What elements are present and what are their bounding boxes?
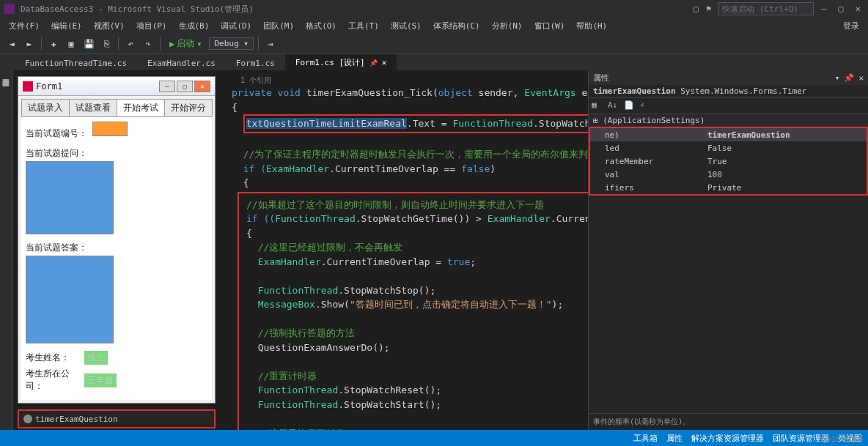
prop-row-generate[interactable]: rateMemberTrue — [590, 155, 867, 168]
properties-header: 属性 ▾📌✕ — [589, 70, 868, 85]
props-dropdown-icon[interactable]: ▾ — [835, 73, 840, 83]
inner-tabs: 试题录入 试题查看 开始考试 开始评分 — [21, 99, 212, 117]
menu-debug[interactable]: 调试(D) — [216, 19, 256, 33]
menu-arch[interactable]: 体系结构(C) — [429, 19, 485, 33]
menu-analyze[interactable]: 分析(N) — [488, 19, 527, 33]
properties-category[interactable]: ⊞ (ApplicationSettings) — [589, 114, 868, 127]
toolbar: ◄ ► ✚ ▣ 💾 ⎘ ↶ ↷ ▶ 启动 ▾ Debug ▾ ⇥ — [0, 34, 868, 54]
label-company: 考生所在公司： — [26, 368, 84, 393]
undo-icon[interactable]: ↶ — [123, 37, 138, 51]
form-max-icon: ▢ — [177, 81, 193, 92]
maximize-icon[interactable]: ▢ — [836, 4, 847, 14]
form-designer: Form1 — ▢ ✕ 试题录入 试题查看 开始考试 开始评分 当前试题编号： — [13, 70, 226, 430]
menu-window[interactable]: 窗口(W) — [530, 19, 570, 33]
saveall-icon[interactable]: ⎘ — [99, 37, 114, 51]
properties-component[interactable]: timerExamQuestion System.Windows.Forms.T… — [589, 85, 868, 98]
document-tabs: FunctionThreadTime.cs ExamHandler.cs For… — [0, 54, 868, 70]
inner-tab-2[interactable]: 开始考试 — [117, 99, 165, 116]
quick-launch-input[interactable] — [718, 2, 814, 15]
nav-back-icon[interactable]: ◄ — [4, 37, 19, 51]
open-icon[interactable]: ▣ — [64, 37, 78, 51]
label-name: 考生姓名： — [26, 352, 84, 364]
props-prop-icon[interactable]: 📄 — [624, 100, 636, 112]
title-bar: DataBaseAccess3 - Microsoft Visual Studi… — [0, 0, 868, 18]
start-debug-button[interactable]: ▶ 启动 ▾ — [165, 37, 206, 50]
tab-form1-design[interactable]: Form1.cs [设计]📌✕ — [285, 54, 397, 70]
step-icon[interactable]: ⇥ — [263, 37, 278, 51]
textbox-question[interactable] — [26, 161, 114, 234]
label-question: 当前试题提问： — [26, 147, 207, 160]
inner-tab-3[interactable]: 开始评分 — [164, 99, 213, 116]
prop-row-enabled[interactable]: ledFalse — [590, 141, 867, 155]
status-solution[interactable]: 解决方案资源管理器 — [691, 433, 764, 444]
prop-row-modifiers[interactable]: ifiersPrivate — [590, 181, 867, 194]
menu-project[interactable]: 项目(P) — [132, 19, 172, 33]
menu-test[interactable]: 测试(S) — [386, 19, 426, 33]
minimize-icon[interactable]: — — [818, 4, 829, 14]
menu-format[interactable]: 格式(O) — [301, 19, 341, 33]
flag-icon[interactable]: ⚑ — [706, 4, 711, 14]
new-icon[interactable]: ✚ — [46, 37, 61, 51]
props-az-icon[interactable]: A↓ — [608, 100, 619, 112]
properties-description: 事件的频率(以毫秒为单位)。 — [589, 413, 868, 430]
props-cat-icon[interactable]: ▦ — [592, 100, 603, 112]
watermark: @51CTO博客 — [823, 434, 864, 445]
menu-view[interactable]: 视图(V) — [89, 19, 129, 33]
status-props[interactable]: 属性 — [666, 433, 683, 444]
tray-timer[interactable]: timerExamQuestion — [23, 415, 118, 424]
menu-bar: 文件(F) 编辑(E) 视图(V) 项目(P) 生成(B) 调试(D) 团队(M… — [0, 18, 868, 34]
label-answer: 当前试题答案： — [26, 242, 207, 254]
notification-icon[interactable]: ▢ — [694, 4, 699, 14]
tab-form1-code[interactable]: Form1.cs — [226, 56, 285, 70]
form-title: Form1 — [36, 81, 62, 92]
timer-icon — [23, 415, 32, 423]
nav-fwd-icon[interactable]: ► — [22, 37, 37, 51]
inner-tab-1[interactable]: 试题查看 — [69, 99, 117, 116]
properties-grid: ne)timerExamQuestion ledFalse rateMember… — [589, 127, 868, 196]
form-icon — [23, 81, 33, 92]
pin-icon[interactable]: 📌 — [369, 59, 378, 67]
window-controls: — ▢ ✕ — [818, 4, 864, 14]
menu-file[interactable]: 文件(F) — [4, 19, 44, 33]
form-window[interactable]: Form1 — ▢ ✕ 试题录入 试题查看 开始考试 开始评分 当前试题编号： — [18, 76, 216, 404]
props-close-icon[interactable]: ✕ — [858, 73, 864, 83]
label-num: 当前试题编号： — [26, 128, 87, 138]
value-name[interactable]: 张三 — [84, 351, 108, 365]
textbox-num[interactable] — [92, 122, 128, 136]
form-close-icon: ✕ — [194, 81, 210, 92]
props-event-icon[interactable]: ⚡ — [640, 100, 652, 112]
window-title: DataBaseAccess3 - Microsoft Visual Studi… — [21, 4, 694, 15]
prop-row-name[interactable]: ne)timerExamQuestion — [590, 128, 867, 141]
component-tray: timerExamQuestion — [18, 409, 216, 428]
form-min-icon: — — [159, 81, 175, 92]
save-icon[interactable]: 💾 — [81, 37, 96, 51]
left-rail[interactable]: 服务器资源管理器 — [0, 70, 13, 430]
close-icon[interactable]: ✕ — [853, 4, 864, 14]
status-toolbox[interactable]: 工具箱 — [633, 433, 658, 444]
menu-team[interactable]: 团队(M) — [259, 19, 298, 33]
vs-logo-icon — [4, 4, 15, 14]
menu-edit[interactable]: 编辑(E) — [47, 19, 87, 33]
menu-help[interactable]: 帮助(H) — [572, 19, 611, 33]
close-tab-icon[interactable]: ✕ — [382, 58, 387, 67]
menu-build[interactable]: 生成(B) — [174, 19, 214, 33]
value-company[interactable]: 三丰自 — [84, 373, 117, 387]
menu-tools[interactable]: 工具(T) — [344, 19, 383, 33]
status-bar: 工具箱 属性 解决方案资源管理器 团队资源管理器 类视图 — [0, 430, 868, 446]
prop-row-interval[interactable]: val100 — [590, 168, 867, 181]
properties-panel: 属性 ▾📌✕ timerExamQuestion System.Windows.… — [588, 70, 868, 430]
tab-functionthreadtime[interactable]: FunctionThreadTime.cs — [15, 56, 137, 70]
config-dropdown[interactable]: Debug ▾ — [209, 37, 253, 50]
status-team[interactable]: 团队资源管理器 — [773, 433, 829, 444]
props-pin-icon[interactable]: 📌 — [844, 73, 854, 83]
inner-tab-0[interactable]: 试题录入 — [21, 99, 70, 116]
form-caption: Form1 — ▢ ✕ — [18, 77, 215, 96]
textbox-answer[interactable] — [26, 256, 114, 343]
redo-icon[interactable]: ↷ — [141, 37, 155, 51]
properties-toolbar: ▦ A↓ 📄 ⚡ — [589, 98, 868, 114]
tab-examhandler[interactable]: ExamHandler.cs — [137, 56, 226, 70]
login-link[interactable]: 登录 — [839, 19, 864, 33]
